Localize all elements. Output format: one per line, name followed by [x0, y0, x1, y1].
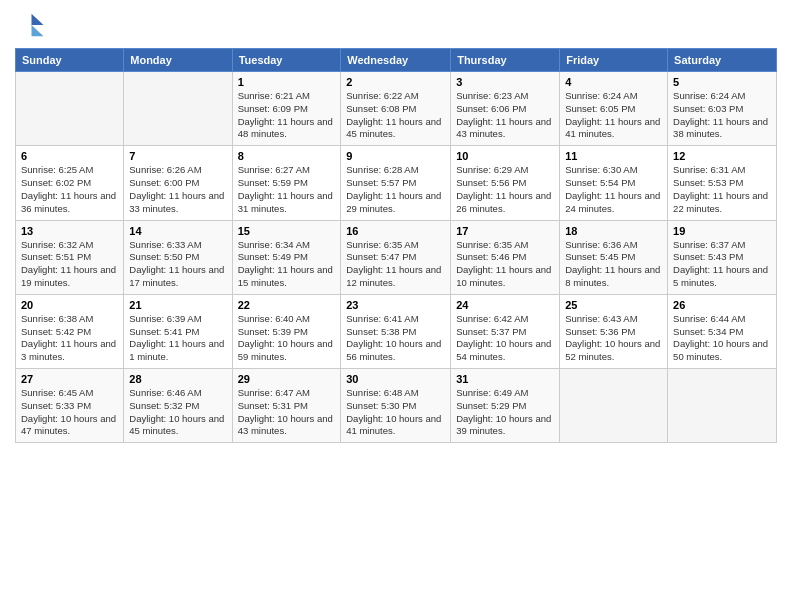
weekday-header-monday: Monday — [124, 49, 232, 72]
day-number: 4 — [565, 76, 662, 88]
calendar-cell: 13Sunrise: 6:32 AM Sunset: 5:51 PM Dayli… — [16, 220, 124, 294]
day-number: 15 — [238, 225, 336, 237]
calendar-cell: 17Sunrise: 6:35 AM Sunset: 5:46 PM Dayli… — [451, 220, 560, 294]
day-number: 5 — [673, 76, 771, 88]
calendar-cell: 5Sunrise: 6:24 AM Sunset: 6:03 PM Daylig… — [668, 72, 777, 146]
calendar-cell: 28Sunrise: 6:46 AM Sunset: 5:32 PM Dayli… — [124, 369, 232, 443]
day-number: 31 — [456, 373, 554, 385]
weekday-header-sunday: Sunday — [16, 49, 124, 72]
day-info: Sunrise: 6:49 AM Sunset: 5:29 PM Dayligh… — [456, 387, 554, 438]
day-number: 27 — [21, 373, 118, 385]
day-info: Sunrise: 6:30 AM Sunset: 5:54 PM Dayligh… — [565, 164, 662, 215]
calendar-cell: 14Sunrise: 6:33 AM Sunset: 5:50 PM Dayli… — [124, 220, 232, 294]
day-number: 11 — [565, 150, 662, 162]
day-number: 14 — [129, 225, 226, 237]
day-info: Sunrise: 6:32 AM Sunset: 5:51 PM Dayligh… — [21, 239, 118, 290]
calendar-cell: 19Sunrise: 6:37 AM Sunset: 5:43 PM Dayli… — [668, 220, 777, 294]
calendar-cell — [124, 72, 232, 146]
calendar-cell: 30Sunrise: 6:48 AM Sunset: 5:30 PM Dayli… — [341, 369, 451, 443]
calendar-cell: 22Sunrise: 6:40 AM Sunset: 5:39 PM Dayli… — [232, 294, 341, 368]
day-info: Sunrise: 6:47 AM Sunset: 5:31 PM Dayligh… — [238, 387, 336, 438]
calendar-cell: 26Sunrise: 6:44 AM Sunset: 5:34 PM Dayli… — [668, 294, 777, 368]
calendar-cell — [668, 369, 777, 443]
day-info: Sunrise: 6:29 AM Sunset: 5:56 PM Dayligh… — [456, 164, 554, 215]
day-number: 8 — [238, 150, 336, 162]
calendar-cell: 31Sunrise: 6:49 AM Sunset: 5:29 PM Dayli… — [451, 369, 560, 443]
calendar: SundayMondayTuesdayWednesdayThursdayFrid… — [15, 48, 777, 443]
day-number: 12 — [673, 150, 771, 162]
day-info: Sunrise: 6:38 AM Sunset: 5:42 PM Dayligh… — [21, 313, 118, 364]
day-info: Sunrise: 6:40 AM Sunset: 5:39 PM Dayligh… — [238, 313, 336, 364]
day-info: Sunrise: 6:45 AM Sunset: 5:33 PM Dayligh… — [21, 387, 118, 438]
day-number: 21 — [129, 299, 226, 311]
day-number: 22 — [238, 299, 336, 311]
calendar-cell: 9Sunrise: 6:28 AM Sunset: 5:57 PM Daylig… — [341, 146, 451, 220]
calendar-cell: 20Sunrise: 6:38 AM Sunset: 5:42 PM Dayli… — [16, 294, 124, 368]
day-number: 9 — [346, 150, 445, 162]
day-info: Sunrise: 6:26 AM Sunset: 6:00 PM Dayligh… — [129, 164, 226, 215]
calendar-cell: 24Sunrise: 6:42 AM Sunset: 5:37 PM Dayli… — [451, 294, 560, 368]
svg-marker-0 — [32, 14, 44, 25]
svg-marker-1 — [32, 25, 44, 36]
calendar-cell: 10Sunrise: 6:29 AM Sunset: 5:56 PM Dayli… — [451, 146, 560, 220]
day-number: 18 — [565, 225, 662, 237]
day-number: 3 — [456, 76, 554, 88]
calendar-cell: 27Sunrise: 6:45 AM Sunset: 5:33 PM Dayli… — [16, 369, 124, 443]
calendar-cell — [560, 369, 668, 443]
weekday-header-wednesday: Wednesday — [341, 49, 451, 72]
logo — [15, 10, 49, 40]
calendar-cell: 7Sunrise: 6:26 AM Sunset: 6:00 PM Daylig… — [124, 146, 232, 220]
day-info: Sunrise: 6:24 AM Sunset: 6:05 PM Dayligh… — [565, 90, 662, 141]
day-number: 30 — [346, 373, 445, 385]
calendar-cell: 8Sunrise: 6:27 AM Sunset: 5:59 PM Daylig… — [232, 146, 341, 220]
calendar-cell: 11Sunrise: 6:30 AM Sunset: 5:54 PM Dayli… — [560, 146, 668, 220]
day-info: Sunrise: 6:42 AM Sunset: 5:37 PM Dayligh… — [456, 313, 554, 364]
day-info: Sunrise: 6:37 AM Sunset: 5:43 PM Dayligh… — [673, 239, 771, 290]
day-number: 6 — [21, 150, 118, 162]
calendar-cell — [16, 72, 124, 146]
calendar-cell: 16Sunrise: 6:35 AM Sunset: 5:47 PM Dayli… — [341, 220, 451, 294]
calendar-cell: 4Sunrise: 6:24 AM Sunset: 6:05 PM Daylig… — [560, 72, 668, 146]
day-number: 29 — [238, 373, 336, 385]
day-info: Sunrise: 6:23 AM Sunset: 6:06 PM Dayligh… — [456, 90, 554, 141]
day-number: 28 — [129, 373, 226, 385]
day-number: 7 — [129, 150, 226, 162]
page: SundayMondayTuesdayWednesdayThursdayFrid… — [0, 0, 792, 612]
day-number: 26 — [673, 299, 771, 311]
calendar-cell: 21Sunrise: 6:39 AM Sunset: 5:41 PM Dayli… — [124, 294, 232, 368]
day-number: 13 — [21, 225, 118, 237]
day-number: 10 — [456, 150, 554, 162]
day-info: Sunrise: 6:28 AM Sunset: 5:57 PM Dayligh… — [346, 164, 445, 215]
day-info: Sunrise: 6:46 AM Sunset: 5:32 PM Dayligh… — [129, 387, 226, 438]
day-info: Sunrise: 6:43 AM Sunset: 5:36 PM Dayligh… — [565, 313, 662, 364]
logo-icon — [15, 10, 45, 40]
day-info: Sunrise: 6:33 AM Sunset: 5:50 PM Dayligh… — [129, 239, 226, 290]
day-info: Sunrise: 6:35 AM Sunset: 5:46 PM Dayligh… — [456, 239, 554, 290]
calendar-cell: 2Sunrise: 6:22 AM Sunset: 6:08 PM Daylig… — [341, 72, 451, 146]
day-info: Sunrise: 6:25 AM Sunset: 6:02 PM Dayligh… — [21, 164, 118, 215]
day-number: 1 — [238, 76, 336, 88]
calendar-cell: 15Sunrise: 6:34 AM Sunset: 5:49 PM Dayli… — [232, 220, 341, 294]
day-number: 24 — [456, 299, 554, 311]
day-info: Sunrise: 6:35 AM Sunset: 5:47 PM Dayligh… — [346, 239, 445, 290]
calendar-cell: 12Sunrise: 6:31 AM Sunset: 5:53 PM Dayli… — [668, 146, 777, 220]
day-number: 23 — [346, 299, 445, 311]
day-number: 2 — [346, 76, 445, 88]
calendar-cell: 18Sunrise: 6:36 AM Sunset: 5:45 PM Dayli… — [560, 220, 668, 294]
day-info: Sunrise: 6:22 AM Sunset: 6:08 PM Dayligh… — [346, 90, 445, 141]
day-info: Sunrise: 6:34 AM Sunset: 5:49 PM Dayligh… — [238, 239, 336, 290]
weekday-header-friday: Friday — [560, 49, 668, 72]
day-info: Sunrise: 6:36 AM Sunset: 5:45 PM Dayligh… — [565, 239, 662, 290]
calendar-cell: 3Sunrise: 6:23 AM Sunset: 6:06 PM Daylig… — [451, 72, 560, 146]
weekday-header-thursday: Thursday — [451, 49, 560, 72]
day-info: Sunrise: 6:41 AM Sunset: 5:38 PM Dayligh… — [346, 313, 445, 364]
calendar-cell: 6Sunrise: 6:25 AM Sunset: 6:02 PM Daylig… — [16, 146, 124, 220]
day-number: 19 — [673, 225, 771, 237]
day-info: Sunrise: 6:44 AM Sunset: 5:34 PM Dayligh… — [673, 313, 771, 364]
day-info: Sunrise: 6:21 AM Sunset: 6:09 PM Dayligh… — [238, 90, 336, 141]
calendar-cell: 25Sunrise: 6:43 AM Sunset: 5:36 PM Dayli… — [560, 294, 668, 368]
weekday-header-tuesday: Tuesday — [232, 49, 341, 72]
day-number: 16 — [346, 225, 445, 237]
day-number: 25 — [565, 299, 662, 311]
day-info: Sunrise: 6:24 AM Sunset: 6:03 PM Dayligh… — [673, 90, 771, 141]
